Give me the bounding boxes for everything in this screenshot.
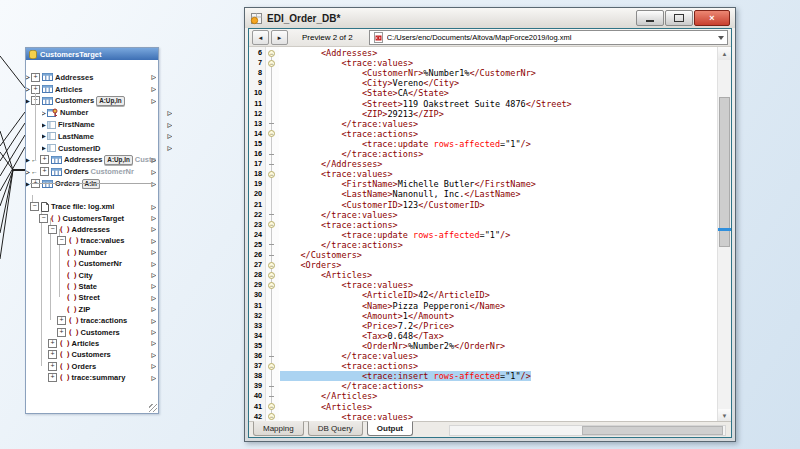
output-connector[interactable]: ▷: [167, 145, 172, 151]
output-connector[interactable]: ▷: [151, 306, 156, 312]
tree-row-trace-actions[interactable]: +( )trace:actions▷: [26, 315, 156, 326]
tree-row-number[interactable]: ( )Number▷: [26, 247, 156, 258]
fold-collapse-icon[interactable]: −: [265, 169, 278, 179]
tree-row-customernr[interactable]: ( )CustomerNr▷: [26, 258, 156, 269]
tree-row-customers[interactable]: +( )Customers▷: [26, 326, 156, 337]
output-connector[interactable]: ▷: [151, 204, 156, 210]
resize-grip[interactable]: [149, 404, 157, 412]
expand-toggle[interactable]: +: [31, 73, 40, 82]
input-connector[interactable]: ▶: [26, 98, 30, 104]
action-badge[interactable]: A:Up,In: [104, 155, 132, 165]
expand-toggle[interactable]: +: [48, 350, 57, 359]
collapse-toggle[interactable]: −: [39, 214, 48, 223]
tab-db-query[interactable]: DB Query: [308, 421, 363, 436]
output-file-selector[interactable]: C:/Users/enc/Documents/Altova/MapForce20…: [369, 30, 728, 45]
collapse-toggle[interactable]: −: [48, 225, 57, 234]
fold-collapse-icon[interactable]: −: [265, 48, 278, 58]
output-connector[interactable]: ▷: [151, 283, 156, 289]
output-connector[interactable]: ▷: [167, 110, 172, 116]
tree-row-orders[interactable]: +( )Orders▷: [26, 361, 156, 372]
expand-toggle[interactable]: +: [48, 373, 57, 382]
output-connector[interactable]: ▷: [151, 86, 156, 92]
fold-collapse-icon[interactable]: −: [265, 58, 278, 68]
component-row-customerid[interactable]: ▶CustomerID▷: [42, 142, 172, 154]
previous-preview-button[interactable]: ◄: [252, 30, 269, 45]
output-connector[interactable]: ▷: [151, 295, 156, 301]
component-row-number[interactable]: ▷Number▷: [42, 107, 172, 119]
component-row-lastname[interactable]: ▶LastName▷: [42, 131, 172, 143]
expand-toggle[interactable]: +: [48, 362, 57, 371]
tree-row-zip[interactable]: ( )ZIP▷: [26, 304, 156, 315]
expand-toggle[interactable]: +: [40, 155, 49, 164]
input-connector[interactable]: ▷: [26, 74, 30, 80]
component-row-addresses[interactable]: ▷+Addresses▷: [26, 72, 156, 84]
component-title-bar[interactable]: CustomersTarget: [26, 48, 158, 60]
fold-collapse-icon[interactable]: −: [265, 220, 278, 230]
component-row-customers[interactable]: ▶−CustomersA:Up,In▷: [26, 95, 156, 107]
output-connector[interactable]: ▷: [151, 215, 156, 221]
output-connector[interactable]: ▷: [151, 98, 156, 104]
component-row-addresses[interactable]: ▶←+AddressesA:Up,InCustomerNr▷: [26, 154, 156, 166]
tree-row-street[interactable]: ( )Street▷: [26, 292, 156, 303]
tree-row-trace-summary[interactable]: +( )trace:summary▷: [26, 372, 156, 383]
tree-row-trace-values[interactable]: −( )trace:values▷: [26, 235, 156, 246]
collapse-toggle[interactable]: −: [30, 202, 39, 211]
output-connector[interactable]: ▷: [151, 329, 156, 335]
expand-toggle[interactable]: +: [57, 328, 66, 337]
fold-collapse-icon[interactable]: −: [265, 402, 278, 412]
input-connector[interactable]: ▷: [26, 169, 30, 175]
expand-toggle[interactable]: +: [48, 339, 57, 348]
output-connector[interactable]: ▷: [151, 375, 156, 381]
component-row-firstname[interactable]: ▶FirstName▷: [42, 119, 172, 131]
maximize-button[interactable]: [665, 10, 693, 26]
scrollbar-thumb[interactable]: [719, 97, 730, 247]
input-connector[interactable]: ▶: [42, 145, 46, 151]
customers-target-component[interactable]: CustomersTarget ▷+Addresses▷▷+Articles▷▶…: [25, 47, 159, 414]
output-connector[interactable]: ▷: [151, 363, 156, 369]
horizontal-scrollbar[interactable]: [449, 425, 726, 436]
input-connector[interactable]: ▷: [42, 110, 46, 116]
output-connector[interactable]: ▷: [151, 169, 156, 175]
input-connector[interactable]: ▶: [26, 157, 30, 163]
output-preview-window[interactable]: EDI_Order_DB* × ◄ ► Preview 2 of 2 C:/: [244, 7, 736, 442]
minimize-button[interactable]: [636, 10, 664, 26]
scroll-up-arrow[interactable]: ▲: [718, 47, 731, 60]
tab-mapping[interactable]: Mapping: [253, 421, 304, 436]
output-connector[interactable]: ▷: [151, 318, 156, 324]
tab-output[interactable]: Output: [367, 421, 413, 436]
window-title-bar[interactable]: EDI_Order_DB* ×: [245, 8, 735, 28]
output-connector[interactable]: ▷: [151, 352, 156, 358]
output-connector[interactable]: ▷: [167, 133, 172, 139]
input-connector[interactable]: ▶: [42, 122, 46, 128]
tree-row-city[interactable]: ( )City▷: [26, 269, 156, 280]
collapse-toggle[interactable]: −: [57, 236, 66, 245]
vertical-scrollbar[interactable]: ▲ ▼: [717, 47, 731, 422]
close-button[interactable]: ×: [694, 10, 730, 26]
output-connector[interactable]: ▷: [151, 340, 156, 346]
fold-collapse-icon[interactable]: −: [265, 280, 278, 290]
output-connector[interactable]: ▷: [151, 238, 156, 244]
next-preview-button[interactable]: ►: [271, 30, 288, 45]
tree-row-trace-file-log-xml[interactable]: −Trace file: log.xml▷: [26, 201, 156, 212]
expand-toggle[interactable]: +: [40, 167, 49, 176]
tree-row-articles[interactable]: +( )Articles▷: [26, 338, 156, 349]
component-row-articles[interactable]: ▷+Articles▷: [26, 83, 156, 95]
output-connector[interactable]: ▷: [151, 226, 156, 232]
action-badge[interactable]: A:Up,In: [96, 96, 124, 106]
output-connector[interactable]: ▷: [167, 122, 172, 128]
chevron-down-icon[interactable]: [718, 36, 724, 40]
output-connector[interactable]: ▷: [151, 272, 156, 278]
input-connector[interactable]: ▷: [26, 86, 30, 92]
output-connector[interactable]: ▷: [151, 249, 156, 255]
xml-output-editor[interactable]: 6− <Addresses>7− <trace:values>8 <Custom…: [249, 47, 731, 422]
tree-row-customers[interactable]: +( )Customers▷: [26, 349, 156, 360]
fold-collapse-icon[interactable]: −: [265, 260, 278, 270]
fold-collapse-icon[interactable]: −: [265, 361, 278, 371]
input-connector[interactable]: ▶: [42, 133, 46, 139]
horizontal-scrollbar-thumb[interactable]: [582, 426, 723, 435]
fold-collapse-icon[interactable]: −: [265, 270, 278, 280]
output-connector[interactable]: ▷: [151, 74, 156, 80]
output-connector[interactable]: ▷: [151, 261, 156, 267]
fold-collapse-icon[interactable]: −: [265, 129, 278, 139]
component-row-orders[interactable]: ▷←+OrdersCustomerNr▷: [26, 166, 156, 178]
